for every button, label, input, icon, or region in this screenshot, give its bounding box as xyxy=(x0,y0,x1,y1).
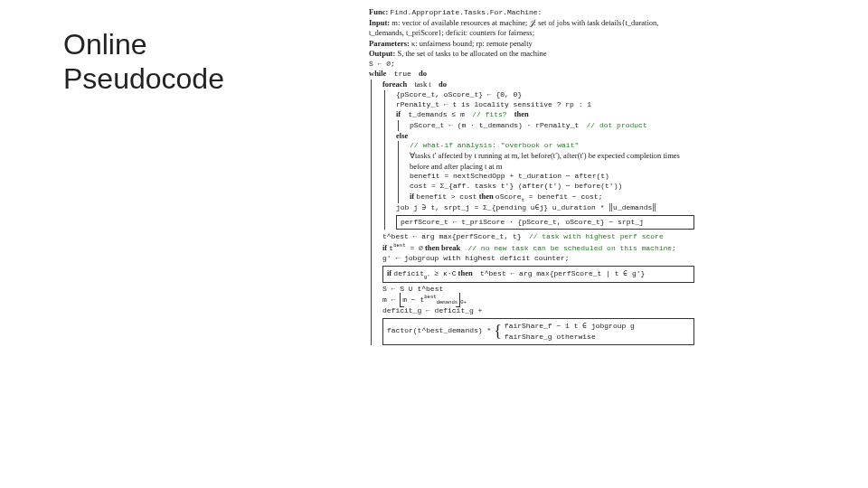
forall-tasks: ∀tasks t′ affected by t running at m, le… xyxy=(410,151,694,172)
title-line2: Pseudocode xyxy=(63,62,224,95)
pscore-comment: // dot product xyxy=(586,121,646,129)
benefit: benefit = nextSchedOpp + t_duration − af… xyxy=(410,172,694,182)
if-empty-comment: // no new task can be scheduled on this … xyxy=(467,244,675,252)
tbest-line: t^best ← arg max{perfScore_t, t} // task… xyxy=(382,231,694,242)
update-m: m ← m − tbestdemands0+ xyxy=(382,294,694,306)
kw-while: while xyxy=(369,69,386,78)
slide-title: Online Pseudocode xyxy=(63,27,224,97)
func-line: Func: Find.Appropriate.Tasks.For.Machine… xyxy=(369,7,694,18)
params-line: Parameters: κ: unfairness bound; rp: rem… xyxy=(369,39,694,49)
factor-box: factor(t^best_demands) * { fairShare_f −… xyxy=(382,318,694,345)
if-comment: // fits? xyxy=(472,110,506,118)
perfscore-box: perfScore_t ← t_priScore · {pScore_t, oS… xyxy=(396,215,694,230)
output-line: Output: S, the set of tasks to be alloca… xyxy=(369,49,694,59)
tbest: t^best ← arg max{perfScore_t, t} xyxy=(382,232,522,240)
update-def: deficit_g ← deficit_g + xyxy=(382,306,694,316)
tbest-comment: // task with highest perf score xyxy=(529,232,664,240)
output-label: Output: xyxy=(369,49,395,58)
while-body: foreach task t do {pScore_t, oScore_t} ←… xyxy=(371,80,694,344)
input-line: Input: m: vector of available resources … xyxy=(369,18,694,39)
factor-lhs: factor(t^best_demands) * xyxy=(387,326,491,336)
if-empty-line: if tbest = ∅ then break // no new task c… xyxy=(382,242,694,253)
if-fits: if t_demands ≤ m // fits? then xyxy=(396,109,694,120)
else-body: // what-if analysis: "overbook or wait" … xyxy=(398,141,694,202)
params-label: Parameters: xyxy=(369,39,410,48)
pscore: pScore_t ← (m · t_demands) · rPenalty_t xyxy=(410,121,579,129)
else-comment: // what-if analysis: "overbook or wait" xyxy=(410,141,694,151)
if-cond: t_demands ≤ m xyxy=(408,110,464,118)
kw-else: else xyxy=(396,131,408,140)
gprime: g′ ← jobgroup with highest deficit count… xyxy=(382,254,694,264)
output-text: S, the set of tasks to be allocated on t… xyxy=(397,49,546,58)
job-srpt: job j ∋ t, srpt_j = Σ_{pending u∈j} u_du… xyxy=(396,203,694,213)
cost: cost = Σ_{aff. tasks t′} (after(t′) − be… xyxy=(410,182,694,192)
factor-bot: fairShare_g otherwise xyxy=(505,333,596,341)
title-line1: Online xyxy=(63,28,147,61)
else-line: else xyxy=(396,131,694,141)
factor-top: fairShare_f − 1 t ∈ jobgroup g xyxy=(505,322,635,330)
scores-init: {pScore_t, oScore_t} ← {0, 0} xyxy=(396,90,694,100)
input-label: Input: xyxy=(369,18,390,27)
foreach-body: {pScore_t, oScore_t} ← {0, 0} rPenalty_t… xyxy=(384,90,694,230)
brace-icon: { xyxy=(494,326,502,336)
foreach-cond: task t xyxy=(414,80,430,89)
kw-foreach: foreach xyxy=(382,80,407,89)
deficit-box: if deficitg′ ≥ κ·C then t^best ← arg max… xyxy=(382,266,694,283)
rpenalty: rPenalty_t ← t is locality sensitive ? r… xyxy=(396,100,694,110)
foreach-line: foreach task t do xyxy=(382,80,694,89)
kw-do-2: do xyxy=(439,80,447,89)
func-name: Find.Appropriate.Tasks.For.Machine: xyxy=(390,8,542,16)
update-S: S ← S ∪ t^best xyxy=(382,285,694,295)
while-cond: true xyxy=(394,70,411,78)
params-text: κ: unfairness bound; rp: remote penalty xyxy=(411,39,533,48)
kw-if: if xyxy=(396,109,401,118)
func-label: Func: xyxy=(369,7,388,16)
kw-do: do xyxy=(419,69,427,78)
while-line: while true do xyxy=(369,69,694,80)
def-then: t^best ← arg max{perfScore_t | t ∈ g′} xyxy=(480,269,645,277)
input-text: m: vector of available resources at mach… xyxy=(369,18,658,37)
init-line: S ← ∅; xyxy=(369,60,694,70)
algorithm-block: Func: Find.Appropriate.Tasks.For.Machine… xyxy=(369,7,694,347)
if-body: pScore_t ← (m · t_demands) · rPenalty_t … xyxy=(398,120,694,131)
pscore-line: pScore_t ← (m · t_demands) · rPenalty_t … xyxy=(410,120,694,131)
if-benefit: if benefit > cost then oScoret = benefit… xyxy=(410,192,694,203)
kw-then: then xyxy=(514,109,529,118)
